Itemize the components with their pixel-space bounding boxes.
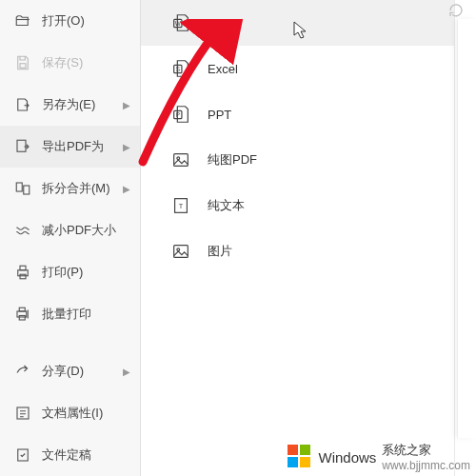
submenu-item-text[interactable]: T 纯文本 xyxy=(141,183,454,228)
svg-text:P: P xyxy=(176,111,180,118)
document-pane-edge xyxy=(457,19,476,438)
submenu-item-label: Word xyxy=(208,16,237,30)
chevron-right-icon: ▶ xyxy=(123,142,130,152)
svg-rect-18 xyxy=(174,154,188,167)
svg-rect-27 xyxy=(300,457,310,467)
chevron-right-icon: ▶ xyxy=(123,100,130,110)
submenu-item-word[interactable]: W Word xyxy=(141,0,454,46)
image-pdf-icon xyxy=(169,149,192,171)
svg-rect-25 xyxy=(300,445,310,455)
export-pdf-icon xyxy=(13,137,32,156)
svg-text:T: T xyxy=(179,202,184,210)
sidebar-item-save-as[interactable]: 另存为(E) ▶ xyxy=(0,84,140,126)
watermark-brand: Windows xyxy=(318,449,376,466)
submenu-item-image[interactable]: 图片 xyxy=(141,228,454,274)
submenu-export-pdf: W Word S Excel P PPT 纯图PDF T 纯文本 图片 xyxy=(141,0,455,476)
svg-rect-26 xyxy=(288,457,298,467)
submenu-item-excel[interactable]: S Excel xyxy=(141,46,454,91)
batch-print-icon xyxy=(13,305,32,324)
excel-file-icon: S xyxy=(169,57,192,80)
share-icon xyxy=(13,362,32,381)
sidebar-item-label: 拆分合并(M) xyxy=(42,180,110,197)
text-file-icon: T xyxy=(169,194,192,217)
sidebar-item-share[interactable]: 分享(D) ▶ xyxy=(0,350,140,392)
svg-rect-1 xyxy=(17,140,26,151)
submenu-item-label: Excel xyxy=(208,62,238,76)
compress-icon xyxy=(13,221,32,240)
ppt-file-icon: P xyxy=(169,103,192,126)
sidebar-item-print[interactable]: 打印(P) xyxy=(0,251,140,293)
svg-rect-2 xyxy=(16,183,22,191)
save-icon xyxy=(13,53,32,72)
watermark-sub: 系统之家 xyxy=(382,443,431,457)
refresh-icon[interactable] xyxy=(447,2,465,22)
watermark-url: www.bjjmmc.com xyxy=(382,459,470,472)
svg-rect-5 xyxy=(20,266,26,270)
sidebar-item-label: 导出PDF为 xyxy=(42,138,104,155)
svg-text:S: S xyxy=(176,66,180,72)
windows-logo-icon xyxy=(286,443,312,472)
sidebar-item-label: 文件定稿 xyxy=(42,446,91,464)
svg-rect-9 xyxy=(19,316,25,321)
submenu-item-label: 纯文本 xyxy=(208,197,245,214)
sidebar-item-properties[interactable]: 文档属性(I) xyxy=(0,392,140,434)
sidebar-item-label: 另存为(E) xyxy=(42,96,95,113)
sidebar-item-label: 分享(D) xyxy=(42,363,84,380)
sidebar-item-batch-print[interactable]: 批量打印 xyxy=(0,293,140,335)
svg-rect-24 xyxy=(288,445,298,455)
chevron-right-icon: ▶ xyxy=(123,367,130,377)
submenu-item-image-pdf[interactable]: 纯图PDF xyxy=(141,137,454,183)
svg-rect-6 xyxy=(20,274,26,279)
submenu-item-label: 纯图PDF xyxy=(208,151,257,169)
properties-icon xyxy=(13,404,32,423)
sidebar-item-label: 保存(S) xyxy=(42,54,83,71)
sidebar-item-label: 打开(O) xyxy=(42,12,85,30)
svg-rect-22 xyxy=(174,246,188,258)
chevron-right-icon: ▶ xyxy=(123,184,130,194)
sidebar-item-label: 打印(P) xyxy=(42,264,83,281)
svg-text:W: W xyxy=(175,20,182,27)
svg-rect-4 xyxy=(18,270,29,276)
print-icon xyxy=(13,263,32,282)
sidebar-item-finalize[interactable]: 文件定稿 xyxy=(0,434,140,476)
svg-point-19 xyxy=(177,157,180,160)
sidebar-item-open[interactable]: 打开(O) xyxy=(0,0,140,42)
sidebar-item-label: 文档属性(I) xyxy=(42,405,103,422)
sidebar: 打开(O) 保存(S) 另存为(E) ▶ 导出PDF为 ▶ 拆分合并(M) ▶ … xyxy=(0,0,141,476)
submenu-item-ppt[interactable]: P PPT xyxy=(141,91,454,137)
svg-rect-3 xyxy=(24,186,30,194)
watermark: Windows 系统之家 www.bjjmmc.com xyxy=(286,442,470,472)
svg-rect-8 xyxy=(19,307,25,311)
finalize-icon xyxy=(13,446,32,465)
sidebar-item-split-merge[interactable]: 拆分合并(M) ▶ xyxy=(0,168,140,209)
word-file-icon: W xyxy=(169,11,192,34)
sidebar-item-export-pdf[interactable]: 导出PDF为 ▶ xyxy=(0,126,140,168)
split-merge-icon xyxy=(13,179,32,198)
save-as-icon xyxy=(13,95,32,114)
folder-open-icon xyxy=(13,11,32,30)
sidebar-item-label: 批量打印 xyxy=(42,306,91,323)
svg-rect-0 xyxy=(20,64,26,69)
submenu-item-label: PPT xyxy=(208,108,231,122)
submenu-item-label: 图片 xyxy=(208,243,232,260)
image-icon xyxy=(169,240,192,263)
sidebar-item-reduce-size[interactable]: 减小PDF大小 xyxy=(0,209,140,251)
sidebar-item-label: 减小PDF大小 xyxy=(42,222,116,239)
svg-point-23 xyxy=(177,248,180,251)
sidebar-item-save: 保存(S) xyxy=(0,42,140,84)
